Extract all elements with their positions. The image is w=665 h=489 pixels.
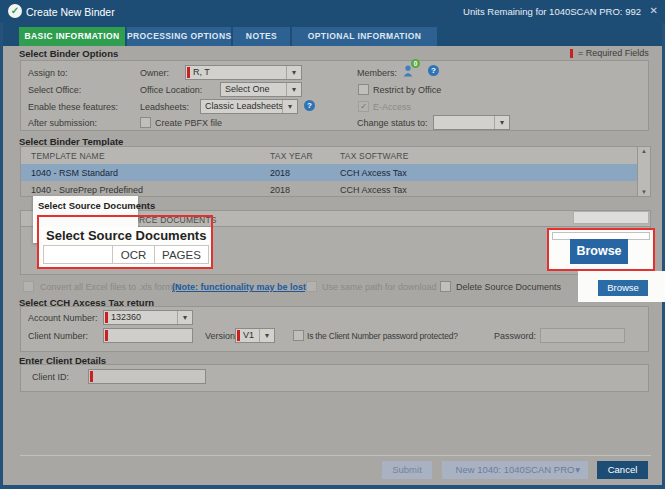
- source-path-input[interactable]: [573, 211, 649, 224]
- account-number-label: Account Number:: [28, 313, 98, 323]
- chevron-down-icon: ▾: [286, 66, 301, 79]
- scroll-down-icon[interactable]: ▼: [638, 189, 650, 195]
- after-submission-label: After submission:: [28, 118, 97, 128]
- e-access-label: E-Access: [373, 102, 411, 112]
- version-value: V1: [243, 329, 254, 342]
- client-id-required-bar: [90, 371, 93, 382]
- owner-label: Owner:: [140, 68, 169, 78]
- template-tax-year: 2018: [270, 185, 290, 195]
- enable-features-label: Enable these features:: [28, 102, 118, 112]
- leadsheets-help-icon[interactable]: ?: [304, 100, 315, 111]
- template-tax-software: CCH Axcess Tax: [340, 185, 407, 195]
- password-protected-label: Is the Client Number password protected?: [307, 331, 458, 341]
- client-id-input[interactable]: [88, 369, 206, 384]
- version-required-bar: [237, 330, 240, 341]
- zoom-callout-col-ocr: OCR: [112, 245, 155, 264]
- create-new-binder-dialog: ✓ Create New Binder Units Remaining for …: [0, 0, 665, 489]
- binder-options-box: [20, 60, 649, 131]
- template-name: 1040 - RSM Standard: [31, 168, 118, 178]
- change-status-dropdown[interactable]: ▾: [433, 115, 510, 130]
- required-legend-bar: [570, 49, 573, 58]
- units-remaining-text: Units Remaining for 1040SCAN PRO: 992: [463, 6, 641, 17]
- members-people-icon[interactable]: 0: [402, 63, 417, 76]
- binder-template-table: TEMPLATE NAME TAX YEAR TAX SOFTWARE 1040…: [20, 146, 651, 197]
- table-row[interactable]: 1040 - SurePrep Predefined 2018 CCH Axce…: [21, 181, 650, 196]
- version-label: Version:: [205, 331, 238, 341]
- zoom-callout-col-pages: PAGES: [154, 245, 209, 264]
- account-number-value: 132360: [111, 311, 141, 324]
- account-number-dropdown[interactable]: 132360 ▾: [103, 310, 193, 325]
- password-input[interactable]: [540, 328, 625, 343]
- client-number-label: Client Number:: [28, 331, 88, 341]
- chevron-down-icon: ▾: [259, 329, 274, 342]
- note-functionality-link[interactable]: (Note: functionality may be lost): [172, 282, 309, 292]
- zoom-callout-title: Select Source Documents: [46, 228, 206, 243]
- select-office-label: Select Office:: [28, 85, 81, 95]
- assign-to-label: Assign to:: [28, 68, 68, 78]
- password-protected-checkbox[interactable]: [293, 330, 304, 341]
- restrict-by-office-checkbox[interactable]: [358, 84, 369, 95]
- account-number-required-bar: [105, 312, 108, 323]
- chevron-down-icon: ▾: [575, 461, 580, 479]
- template-table-header: TEMPLATE NAME TAX YEAR TAX SOFTWARE: [21, 147, 650, 164]
- office-location-label: Office Location:: [140, 85, 202, 95]
- zoom-callout-col-empty: [43, 245, 113, 264]
- create-pbfx-label: Create PBFX file: [155, 118, 222, 128]
- chevron-down-icon: ▾: [282, 100, 297, 113]
- tab-bar: BASIC INFORMATION PROCESSING OPTIONS NOT…: [0, 23, 665, 46]
- leadsheets-label: Leadsheets:: [140, 102, 189, 112]
- template-name: 1040 - SurePrep Predefined: [31, 185, 143, 195]
- col-tax-year: TAX YEAR: [270, 151, 313, 161]
- leadsheets-dropdown[interactable]: Classic Leadsheets ▾: [200, 99, 298, 114]
- cancel-button[interactable]: Cancel: [597, 461, 648, 479]
- tab-optional-information[interactable]: OPTIONAL INFORMATION: [292, 27, 437, 46]
- title-bar: ✓ Create New Binder Units Remaining for …: [0, 0, 665, 23]
- members-label: Members:: [357, 68, 397, 78]
- zoom-callout-browse-button: Browse: [570, 239, 628, 264]
- change-status-label: Change status to:: [357, 118, 428, 128]
- close-icon[interactable]: ✕: [650, 5, 658, 16]
- tab-basic-information[interactable]: BASIC INFORMATION: [19, 27, 125, 46]
- tab-processing-options[interactable]: PROCESSING OPTIONS: [127, 27, 231, 46]
- restrict-by-office-label: Restrict by Office: [373, 85, 441, 95]
- col-tax-software: TAX SOFTWARE: [340, 151, 409, 161]
- zoom-callout-panel: Select Source Documents OCR PAGES: [39, 227, 211, 267]
- owner-value: R, T: [193, 66, 210, 79]
- version-dropdown[interactable]: V1 ▾: [235, 328, 275, 343]
- delete-source-documents-checkbox[interactable]: [440, 281, 451, 292]
- password-label: Password:: [494, 331, 536, 341]
- convert-excel-label: Convert all Excel files to .xls format: [40, 282, 180, 292]
- submit-button[interactable]: Submit: [382, 461, 432, 479]
- action-type-value: New 1040: 1040SCAN PRO: [456, 464, 575, 475]
- same-path-checkbox[interactable]: [306, 281, 317, 292]
- browse-zoom-callout: Browse: [547, 228, 655, 271]
- table-scrollbar[interactable]: ▲ ▼: [637, 147, 650, 196]
- dialog-bottom-border: [0, 485, 665, 489]
- scroll-up-icon[interactable]: ▲: [638, 148, 650, 154]
- binder-check-icon: ✓: [8, 4, 22, 18]
- same-path-label: Use same path for download: [322, 282, 437, 292]
- chevron-down-icon: ▾: [177, 311, 192, 324]
- members-help-icon[interactable]: ?: [428, 65, 439, 76]
- binder-options-title: Select Binder Options: [19, 48, 118, 59]
- template-tax-software: CCH Axcess Tax: [340, 168, 407, 178]
- owner-dropdown[interactable]: R, T ▾: [185, 65, 302, 80]
- e-access-checkbox[interactable]: ✓: [358, 101, 369, 112]
- office-location-dropdown[interactable]: Select One ▾: [220, 82, 302, 97]
- client-number-input[interactable]: [103, 328, 193, 343]
- chevron-down-icon: ▾: [286, 83, 301, 96]
- create-pbfx-checkbox[interactable]: [140, 117, 151, 128]
- convert-excel-checkbox[interactable]: [23, 281, 34, 292]
- tab-notes[interactable]: NOTES: [233, 27, 290, 46]
- owner-required-bar: [187, 67, 190, 78]
- template-tax-year: 2018: [270, 168, 290, 178]
- delete-source-documents-label: Delete Source Documents: [456, 282, 561, 292]
- chevron-down-icon: ▾: [494, 116, 509, 129]
- members-count-badge: 0: [411, 59, 420, 68]
- browse-button[interactable]: Browse: [598, 280, 648, 296]
- client-number-required-bar: [105, 330, 108, 341]
- table-row[interactable]: 1040 - RSM Standard 2018 CCH Axcess Tax: [21, 164, 650, 181]
- dialog-left-border: [0, 23, 3, 489]
- action-type-dropdown[interactable]: New 1040: 1040SCAN PRO ▾: [442, 461, 588, 479]
- required-legend-text: = Required Fields: [578, 48, 649, 58]
